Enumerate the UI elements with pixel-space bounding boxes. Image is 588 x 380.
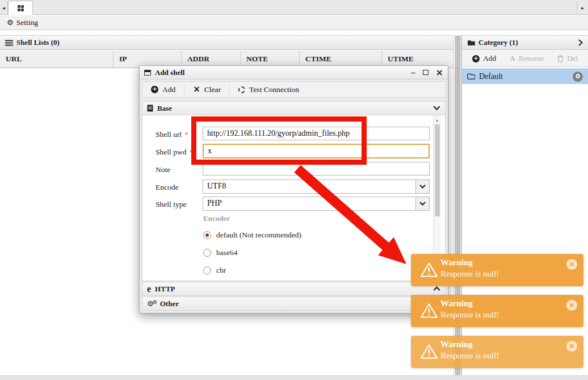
category-toolbar: + Add A Rename Del — [462, 51, 588, 67]
shell-count-badge: 0 — [573, 72, 583, 82]
category-item-label: Default — [479, 72, 503, 81]
toast-message: Response is null! — [440, 310, 499, 320]
shell-url-input[interactable] — [203, 127, 430, 140]
toast-title: Warning — [440, 299, 473, 308]
encoder-option-label: base64 — [216, 248, 238, 257]
dialog-toolbar: + Add × Clear Test Connection — [142, 81, 446, 98]
encoder-option-chr[interactable]: chr — [203, 266, 226, 275]
menu-bar: ⚙ Setting — [0, 15, 588, 30]
chevron-down-icon — [419, 185, 426, 189]
category-title: Category (1) — [478, 38, 518, 47]
dialog-titlebar[interactable]: Add shell – × — [140, 66, 448, 80]
warning-triangle-icon — [420, 262, 438, 278]
apps-grid-icon — [18, 5, 24, 11]
radio-selected-icon — [203, 231, 211, 239]
encode-label: Encode — [156, 183, 178, 192]
encoder-option-base64[interactable]: base64 — [203, 248, 238, 257]
folder-outline-icon — [467, 73, 475, 80]
encoder-option-label: default (Not recommended) — [216, 231, 301, 240]
shell-lists-title: Shell Lists (0) — [16, 38, 60, 47]
dialog-title: Add shell — [155, 68, 184, 77]
toast-close-button[interactable]: × — [566, 259, 577, 270]
clear-x-icon: × — [193, 86, 200, 93]
plus-circle-icon: + — [472, 55, 480, 62]
form-scrollbar-thumb[interactable] — [435, 124, 440, 216]
shell-type-label: Shell type — [156, 200, 186, 209]
http-icon: e — [147, 285, 151, 293]
left-arrow-icon: ◂ — [2, 5, 5, 11]
chevron-right-icon[interactable] — [578, 39, 583, 46]
list-icon — [5, 40, 13, 46]
gears-icon: ⚙⚙ — [147, 299, 156, 308]
minimize-button[interactable]: – — [411, 70, 415, 75]
section-http-label: HTTP — [155, 285, 175, 294]
shell-url-label: Shell url* — [156, 130, 188, 139]
toast-title: Warning — [440, 340, 473, 349]
setting-menu-item[interactable]: ⚙ Setting — [7, 18, 38, 27]
encoder-option-label: chr — [216, 266, 226, 275]
spinner-icon — [238, 86, 245, 93]
right-arrow-icon: ▸ — [581, 5, 584, 11]
dialog-clear-button[interactable]: × Clear — [184, 85, 229, 94]
select-dropdown-button[interactable] — [415, 197, 429, 210]
radio-unselected-icon — [203, 266, 211, 274]
test-connection-button[interactable]: Test Connection — [230, 85, 308, 94]
rename-icon: A — [510, 54, 515, 63]
encode-select[interactable]: UTF8 — [203, 179, 430, 194]
column-header-url[interactable]: URL — [0, 51, 114, 68]
required-star: * — [189, 148, 193, 156]
category-rename-button[interactable]: A Rename — [503, 51, 551, 66]
category-del-label: Del — [567, 54, 578, 63]
tab-bar: ◂ ▸ — [0, 0, 588, 15]
shell-pwd-label: Shell pwd* — [156, 148, 193, 157]
encoder-option-default[interactable]: default (Not recommended) — [203, 231, 301, 240]
dialog-add-button[interactable]: + Add — [142, 85, 184, 94]
tab-scroll-left-button[interactable]: ◂ — [0, 1, 8, 14]
dialog-clear-label: Clear — [204, 85, 221, 94]
horizontal-scrollbar-track[interactable] — [0, 375, 588, 380]
warning-triangle-icon — [420, 303, 438, 319]
required-star: * — [184, 130, 188, 139]
shell-type-value: PHP — [207, 199, 222, 208]
section-base-label: Base — [157, 104, 172, 113]
category-del-button[interactable]: Del — [551, 51, 585, 66]
shell-pwd-input[interactable] — [203, 144, 430, 158]
section-http[interactable]: e HTTP — [142, 282, 446, 296]
category-add-button[interactable]: + Add — [465, 51, 503, 66]
section-other[interactable]: ⚙⚙ Other — [142, 297, 446, 311]
chevron-down-icon — [419, 202, 426, 206]
gear-icon: ⚙ — [7, 18, 14, 27]
folder-icon — [467, 40, 475, 46]
warning-toast: Warning Response is null! × — [411, 336, 583, 368]
toast-close-button[interactable]: × — [566, 300, 577, 311]
radio-unselected-icon — [203, 249, 211, 257]
note-input[interactable] — [203, 162, 430, 176]
note-label: Note — [156, 165, 170, 174]
toast-message: Response is null! — [440, 351, 499, 361]
maximize-button[interactable] — [423, 70, 429, 75]
scroll-up-icon[interactable]: ▴ — [434, 118, 440, 123]
select-dropdown-button[interactable] — [415, 180, 429, 193]
plus-circle-icon: + — [151, 86, 158, 93]
toast-close-button[interactable]: × — [566, 341, 577, 352]
trash-icon — [557, 55, 564, 62]
encoder-group-label: Encoder — [203, 214, 230, 223]
document-icon — [147, 105, 153, 112]
chevron-down-icon — [433, 106, 440, 111]
close-button[interactable]: × — [436, 69, 443, 77]
encode-value: UTF8 — [207, 182, 226, 191]
maximize-icon — [423, 70, 429, 75]
add-shell-form: Shell url* Shell pwd* Note Encode UTF8 S… — [142, 115, 446, 281]
category-add-label: Add — [483, 54, 496, 63]
tab-scroll-right-button[interactable]: ▸ — [577, 1, 588, 14]
section-other-label: Other — [160, 299, 179, 308]
category-item-default[interactable]: Default 0 — [462, 68, 588, 84]
chevron-up-icon — [433, 286, 440, 291]
category-header: Category (1) — [462, 35, 588, 50]
warning-triangle-icon — [420, 344, 438, 360]
section-base[interactable]: Base — [142, 101, 446, 115]
shell-type-select[interactable]: PHP — [203, 197, 430, 211]
tab-shell-manager[interactable] — [8, 1, 33, 15]
add-shell-dialog: Add shell – × + Add × Clear Test Connect… — [139, 65, 448, 314]
warning-toast: Warning Response is null! × — [411, 254, 583, 286]
